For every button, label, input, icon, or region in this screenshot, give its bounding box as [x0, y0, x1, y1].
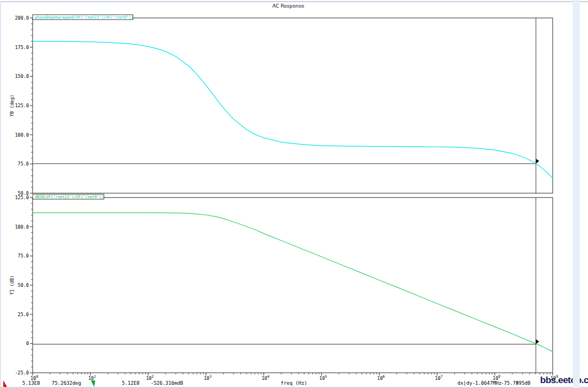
- y-tick-label: 100.0: [15, 224, 29, 230]
- marker-flag[interactable]: [536, 159, 539, 164]
- marker-flag[interactable]: [536, 339, 539, 344]
- window-scrollbar-strip[interactable]: [580, 0, 588, 388]
- delta-suffix: s: [516, 380, 518, 385]
- plot-frame: [33, 198, 553, 373]
- marker2-freq: 5.12E8: [122, 380, 140, 386]
- y-tick-label: 50.0: [18, 282, 29, 288]
- y-axis-title: Y0 (deg): [9, 95, 15, 117]
- y-axis-title: Y1 (dB): [9, 275, 15, 295]
- viva-graph-window: AC Response 200.0175.0150.0125.0100.075.…: [0, 0, 588, 388]
- marker1-flag-icon[interactable]: [3, 380, 8, 388]
- y-tick-label: 75.0: [18, 253, 29, 258]
- marker1-freq: 5.13E8: [22, 380, 40, 386]
- chart-canvas: 200.0175.0150.0125.0100.075.050.0Y0 (deg…: [0, 0, 577, 388]
- status-bar: 5.13E8 75.2632deg 5.12E8 -526.316mdB fre…: [0, 379, 588, 388]
- y-tick-label: 100.0: [15, 132, 29, 138]
- y-tick-label: 125.0: [15, 103, 29, 108]
- y-tick-label: 175.0: [15, 45, 29, 50]
- y-tick-label: 25.0: [18, 312, 29, 317]
- phase-response-curve[interactable]: [33, 41, 553, 178]
- delta-x-value: -1.0647MHz: [472, 380, 502, 386]
- y-tick-label: -25.0: [15, 370, 29, 375]
- magnitude-response-curve[interactable]: [33, 213, 553, 352]
- y-tick-label: 200.0: [15, 15, 29, 21]
- delta-label: dx|dy: [457, 380, 472, 386]
- y-tick-label: 150.0: [15, 73, 29, 79]
- right-margin-band: [573, 0, 580, 388]
- y-tick-label: 125.0: [15, 195, 29, 200]
- legend-label-phase-response: phaseDegUnwrapped(VF("/net21")/VF("/net9…: [35, 15, 133, 20]
- plot-frame: [33, 18, 553, 193]
- legend-label-magnitude-response: dB20(VF("/net21")/VF("/net9")): [35, 195, 103, 199]
- marker2-flag-icon[interactable]: [90, 380, 96, 388]
- y-tick-label: 0: [26, 341, 29, 346]
- marker2-value: -526.316mdB: [151, 380, 183, 386]
- marker1-value: 75.2632deg: [52, 380, 81, 386]
- y-tick-label: 75.0: [18, 161, 29, 167]
- x-axis-label: freq (Hz): [281, 380, 307, 386]
